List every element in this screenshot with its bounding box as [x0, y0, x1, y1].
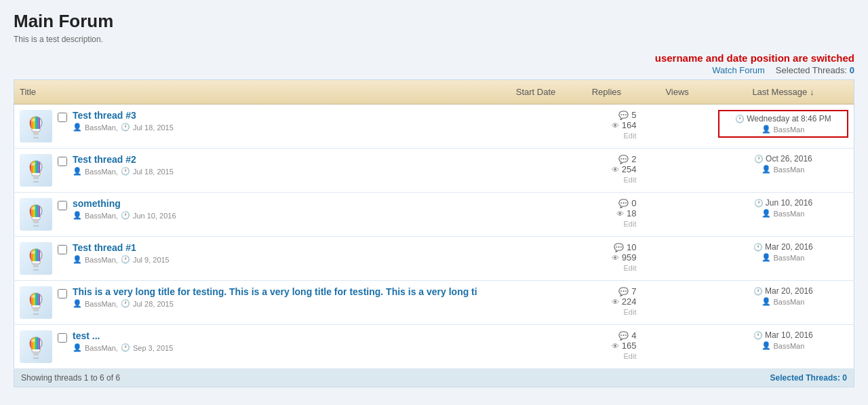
start-date-cell [500, 237, 571, 281]
thread-title-link[interactable]: Test thread #3 [73, 110, 495, 121]
svg-rect-56 [37, 293, 39, 307]
col-header-startdate: Start Date [500, 80, 571, 104]
views-count: 224 [622, 296, 637, 307]
replies-views-cell: 💬 5 👁 164 Edit [571, 104, 642, 149]
table-row: Test thread #2 👤 BassMan, 🕐 Jul 18, 2015… [14, 149, 854, 193]
table-header-row: Title Start Date Replies Views Last Mess… [14, 80, 854, 104]
thread-select-checkbox[interactable] [58, 333, 67, 343]
footer-bar: Showing threads 1 to 6 of 6 Selected Thr… [14, 369, 854, 387]
last-msg-date-text: Mar 10, 2016 [765, 330, 813, 340]
thread-date: Jul 28, 2015 [133, 300, 174, 308]
last-msg-cell: 🕐Oct 26, 2016 👤BassMan [713, 149, 854, 193]
svg-rect-43 [35, 249, 37, 263]
thread-title-cell: Test thread #1 👤 BassMan, 🕐 Jul 9, 2015 [14, 237, 500, 281]
chat-icon: 💬 [618, 111, 629, 120]
clock-icon: 🕐 [754, 199, 764, 208]
eye-icon: 👁 [612, 298, 619, 306]
user-icon: 👤 [762, 209, 771, 218]
svg-rect-9 [39, 117, 41, 130]
thread-date: Sep 3, 2015 [133, 344, 173, 352]
last-msg-cell: 🕐Mar 10, 2016 👤BassMan [713, 325, 854, 369]
thread-author: BassMan, [85, 212, 118, 220]
svg-rect-26 [33, 220, 39, 222]
col-header-replies: Replies [571, 80, 642, 104]
svg-rect-31 [35, 205, 37, 218]
svg-rect-39 [33, 266, 39, 268]
svg-rect-27 [33, 222, 39, 224]
thread-title-link[interactable]: something [73, 198, 495, 209]
svg-rect-65 [32, 337, 34, 351]
edit-link[interactable]: Edit [624, 132, 637, 140]
thread-select-checkbox[interactable] [58, 201, 67, 210]
table-row: Test thread #3 👤 BassMan, 🕐 Jul 18, 2015… [14, 104, 854, 149]
thread-author: BassMan, [85, 168, 118, 176]
thread-avatar [20, 154, 52, 187]
svg-rect-44 [37, 249, 39, 263]
table-row: This is a very long title for testing. T… [14, 281, 854, 325]
views-count: 164 [622, 120, 637, 130]
forum-table: Title Start Date Replies Views Last Mess… [14, 79, 854, 369]
svg-rect-19 [35, 161, 37, 174]
thread-select-checkbox[interactable] [58, 113, 67, 122]
replies-count: 5 [631, 110, 636, 120]
chat-icon: 💬 [618, 155, 629, 164]
thread-select-checkbox[interactable] [58, 245, 67, 254]
thread-avatar [20, 198, 52, 231]
col-header-lastmsg: Last Message ↓ [713, 80, 854, 104]
svg-rect-21 [39, 161, 41, 174]
thread-date: Jun 10, 2016 [133, 212, 176, 220]
eye-icon: 👁 [616, 210, 624, 218]
thread-title-cell: something 👤 BassMan, 🕐 Jun 10, 2016 [14, 193, 500, 237]
svg-rect-14 [33, 176, 39, 178]
last-msg-cell: 🕐Jun 10, 2016 👤BassMan [713, 193, 854, 237]
edit-link[interactable]: Edit [624, 176, 637, 184]
author-icon: 👤 [73, 211, 82, 220]
thread-select-checkbox[interactable] [58, 157, 67, 166]
views-cell [642, 193, 712, 237]
thread-title-cell: Test thread #2 👤 BassMan, 🕐 Jul 18, 2015 [14, 149, 500, 193]
thread-title-link[interactable]: Test thread #2 [73, 154, 495, 165]
start-date-cell [500, 281, 571, 325]
author-icon: 👤 [73, 299, 82, 308]
thread-author: BassMan, [85, 344, 118, 352]
footer-selected: Selected Threads: 0 [770, 373, 847, 383]
views-cell [642, 149, 712, 193]
thread-select-checkbox[interactable] [58, 289, 67, 298]
clock-icon: 🕐 [753, 287, 763, 296]
edit-link[interactable]: Edit [624, 308, 637, 316]
thread-title-link[interactable]: test ... [73, 330, 495, 341]
edit-link[interactable]: Edit [624, 264, 637, 272]
replies-count: 0 [631, 198, 636, 208]
thread-author: BassMan, [85, 123, 118, 132]
thread-avatar [20, 330, 52, 363]
col-header-views: Views [642, 80, 712, 104]
watch-forum-link[interactable]: Watch Forum [712, 65, 765, 75]
selected-threads-count: 0 [850, 65, 854, 75]
edit-link[interactable]: Edit [624, 220, 637, 228]
eye-icon: 👁 [612, 166, 619, 174]
start-date-cell [500, 325, 571, 369]
views-cell [642, 281, 712, 325]
eye-icon: 👁 [612, 121, 619, 130]
user-icon: 👤 [762, 297, 771, 306]
svg-rect-8 [37, 117, 39, 130]
svg-rect-45 [39, 249, 41, 263]
replies-views-cell: 💬 2 👁 254 Edit [571, 149, 642, 193]
svg-rect-2 [33, 132, 39, 134]
thread-author: BassMan, [85, 300, 118, 308]
thread-author: BassMan, [85, 256, 118, 264]
svg-rect-68 [37, 337, 39, 351]
svg-rect-67 [35, 337, 37, 351]
last-msg-date-text: Mar 20, 2016 [765, 286, 813, 296]
thread-title-link[interactable]: This is a very long title for testing. T… [73, 286, 495, 297]
views-count: 254 [622, 164, 637, 174]
thread-title-link[interactable]: Test thread #1 [73, 242, 495, 253]
replies-views-cell: 💬 10 👁 959 Edit [571, 237, 642, 281]
clock-icon: 🕐 [753, 243, 763, 252]
edit-link[interactable]: Edit [624, 352, 637, 360]
table-row: something 👤 BassMan, 🕐 Jun 10, 2016 💬 0 … [14, 193, 854, 237]
svg-rect-63 [33, 354, 39, 356]
svg-rect-5 [32, 117, 34, 130]
replies-count: 7 [631, 286, 636, 296]
last-msg-date-text: Jun 10, 2016 [766, 198, 812, 208]
